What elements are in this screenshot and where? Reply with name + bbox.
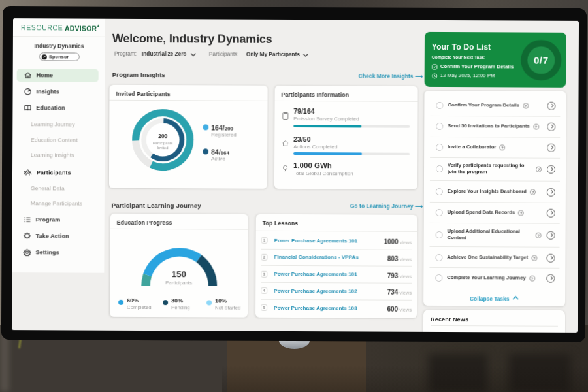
svg-text:200: 200 — [158, 133, 167, 139]
svg-text:0/7: 0/7 — [534, 54, 549, 65]
svg-text:Invited: Invited — [157, 146, 169, 150]
svg-text:Participants: Participants — [153, 141, 172, 145]
